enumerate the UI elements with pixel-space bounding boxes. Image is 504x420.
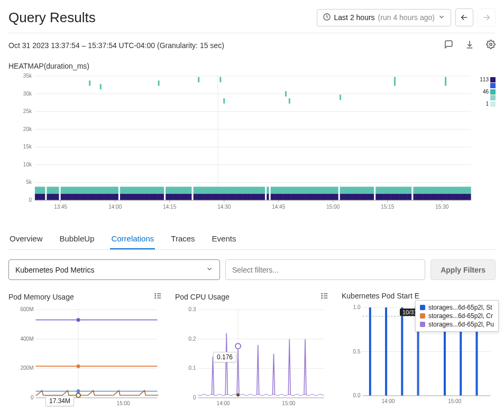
comment-icon[interactable]: [444, 40, 453, 51]
svg-point-509: [235, 343, 241, 349]
svg-rect-187: [211, 186, 213, 193]
svg-rect-195: [219, 186, 221, 193]
time-range-value: Oct 31 2023 13:37:54 – 15:37:54 UTC-04:0…: [8, 41, 155, 50]
svg-rect-253: [280, 186, 282, 193]
svg-rect-73: [93, 186, 95, 193]
svg-rect-68: [86, 194, 88, 200]
svg-rect-299: [326, 186, 328, 193]
pod-events-chart[interactable]: Kubernetes Pod Start E 0.00.51.014:0015:…: [342, 292, 496, 409]
svg-rect-144: [166, 194, 168, 200]
svg-rect-405: [437, 186, 439, 193]
svg-rect-281: [308, 186, 310, 193]
svg-rect-197: [221, 186, 223, 193]
svg-rect-196: [219, 194, 221, 200]
svg-rect-161: [184, 186, 186, 193]
svg-rect-85: [104, 186, 106, 193]
svg-rect-81: [100, 186, 103, 193]
svg-rect-212: [235, 194, 237, 200]
svg-rect-274: [300, 194, 303, 200]
tab-events[interactable]: Events: [211, 229, 237, 249]
svg-rect-298: [324, 194, 326, 200]
svg-rect-192: [215, 194, 217, 200]
svg-rect-47: [67, 186, 69, 193]
tab-correlations[interactable]: Correlations: [110, 229, 155, 249]
svg-rect-205: [229, 186, 231, 193]
svg-rect-394: [425, 194, 427, 200]
svg-rect-367: [397, 186, 399, 193]
svg-rect-229: [253, 186, 255, 193]
list-icon[interactable]: [320, 292, 329, 302]
svg-rect-337: [365, 186, 368, 193]
svg-rect-304: [330, 194, 332, 200]
list-icon[interactable]: [154, 292, 162, 302]
pod-memory-chart[interactable]: Pod Memory Usage 0200M400M600M14:0015:00…: [8, 292, 162, 409]
svg-rect-272: [298, 194, 300, 200]
svg-rect-67: [86, 186, 88, 193]
svg-rect-137: [158, 186, 160, 193]
svg-rect-210: [233, 194, 235, 200]
svg-rect-233: [256, 186, 259, 193]
pod-cpu-chart[interactable]: Pod CPU Usage 00.10.20.314:0015:00 0.176: [175, 292, 329, 409]
svg-rect-105: [126, 186, 128, 193]
svg-rect-206: [229, 194, 231, 200]
svg-rect-391: [423, 186, 425, 193]
tab-bubbleup[interactable]: BubbleUp: [59, 229, 96, 249]
svg-rect-402: [433, 194, 435, 200]
svg-rect-416: [447, 194, 449, 200]
svg-rect-345: [375, 186, 378, 193]
svg-rect-283: [310, 186, 313, 193]
svg-rect-248: [274, 194, 277, 200]
svg-rect-322: [350, 194, 352, 200]
svg-rect-285: [312, 186, 314, 193]
svg-rect-115: [136, 186, 138, 193]
svg-rect-211: [235, 186, 237, 193]
svg-rect-355: [386, 186, 388, 193]
heatmap-chart[interactable]: 05k10k15k20k25k30k35k13:4514:0014:1514:3…: [8, 73, 473, 216]
svg-rect-123: [144, 186, 146, 193]
svg-rect-152: [173, 194, 176, 200]
svg-rect-91: [110, 186, 112, 193]
svg-rect-354: [383, 194, 386, 200]
tab-traces[interactable]: Traces: [170, 229, 196, 249]
svg-rect-385: [417, 186, 419, 193]
svg-point-490: [76, 393, 80, 397]
heatmap-title: HEATMAP(duration_ms): [8, 62, 496, 70]
svg-rect-20: [35, 194, 37, 200]
svg-point-1: [490, 43, 492, 46]
svg-rect-77: [96, 186, 98, 193]
svg-rect-259: [287, 186, 289, 193]
time-range-sub: (run 4 hours ago): [378, 13, 435, 22]
svg-rect-57: [77, 186, 79, 193]
svg-rect-404: [435, 194, 437, 200]
svg-rect-75: [94, 186, 96, 193]
svg-rect-87: [106, 186, 108, 193]
gear-icon[interactable]: [486, 40, 496, 51]
svg-rect-362: [391, 194, 393, 200]
svg-rect-331: [360, 186, 362, 193]
svg-rect-443: [219, 77, 221, 82]
svg-rect-98: [116, 194, 118, 200]
tab-overview[interactable]: Overview: [8, 229, 44, 249]
metric-select[interactable]: Kubernetes Pod Metrics: [8, 259, 220, 280]
svg-text:35k: 35k: [23, 73, 32, 79]
svg-rect-342: [370, 194, 372, 200]
svg-rect-286: [312, 194, 314, 200]
svg-rect-121: [142, 186, 144, 193]
download-icon[interactable]: [465, 40, 474, 51]
svg-rect-213: [237, 186, 239, 193]
svg-rect-258: [285, 194, 287, 200]
svg-rect-320: [348, 194, 350, 200]
nav-back-button[interactable]: [455, 8, 473, 26]
svg-rect-24: [39, 194, 41, 200]
svg-rect-35: [53, 186, 55, 193]
svg-rect-70: [88, 194, 90, 200]
svg-rect-30: [47, 194, 49, 200]
svg-rect-422: [453, 194, 455, 200]
apply-filters-button[interactable]: Apply Filters: [430, 259, 496, 280]
filter-input[interactable]: [225, 259, 425, 280]
svg-text:10k: 10k: [23, 162, 32, 167]
time-range-picker[interactable]: Last 2 hours (run 4 hours ago): [317, 9, 451, 26]
svg-rect-410: [441, 194, 443, 200]
svg-rect-176: [199, 194, 201, 200]
chevron-down-icon: [438, 13, 445, 22]
